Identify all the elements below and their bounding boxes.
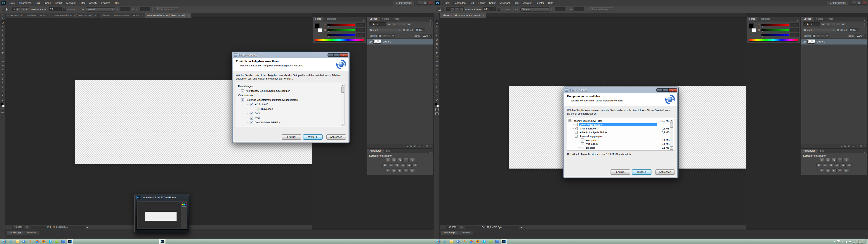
smart-object-filter-icon[interactable]: ▩ xyxy=(841,23,845,26)
width-input[interactable] xyxy=(555,7,565,11)
close-tab-icon[interactable]: × xyxy=(49,14,50,17)
layer-visibility-eye-icon[interactable] xyxy=(803,41,806,43)
invert-icon[interactable]: ◐ xyxy=(819,169,825,172)
menu-item[interactable]: Datei xyxy=(7,0,18,6)
add-to-selection-mode[interactable] xyxy=(16,7,20,11)
menu-item[interactable]: Filter xyxy=(78,0,87,6)
color-lookup-icon[interactable]: ▦ xyxy=(413,163,418,167)
firefox[interactable] xyxy=(474,239,480,244)
screen-mode-button[interactable] xyxy=(1,112,4,115)
lock-all-icon[interactable]: ⊓ xyxy=(391,34,395,37)
rectangular-marquee-tool[interactable]: ▢ xyxy=(0,20,5,25)
magic-wand-tool[interactable]: * xyxy=(435,29,439,33)
app-blue[interactable] xyxy=(60,239,66,244)
media-app-green[interactable] xyxy=(488,239,494,244)
smart-object-filter-icon[interactable]: ▩ xyxy=(407,23,411,26)
history-brush-tool[interactable]: ↺ xyxy=(0,55,5,59)
lock-all-icon[interactable]: ⊓ xyxy=(825,34,829,37)
back-button[interactable]: < Zurück xyxy=(282,134,301,140)
blend-mode-select[interactable]: Normal⇕ xyxy=(803,28,836,32)
dialog-title-bar[interactable]: Setup - ffdshow – × xyxy=(564,87,678,93)
close-icon[interactable]: × xyxy=(862,1,867,4)
posterize-icon[interactable]: ▨ xyxy=(826,169,831,172)
lock-paint-icon[interactable]: ✎ xyxy=(817,34,820,37)
swap-dimensions-icon[interactable]: ⇄ xyxy=(132,8,134,11)
type-tool[interactable]: T xyxy=(0,81,5,85)
path-selection-tool[interactable]: ▷ xyxy=(0,85,5,89)
hand-tool[interactable]: ◖ xyxy=(0,93,5,98)
scroll-down-icon[interactable]: ▼ xyxy=(341,123,344,126)
document-tab[interactable]: Unbenannt-4 bei 33,3% (Ebene 1, RGB/8) *… xyxy=(145,13,192,18)
link-layers-icon[interactable]: ∞ xyxy=(841,145,842,148)
panel-menu-icon[interactable]: ≡ xyxy=(797,19,800,21)
photoshop[interactable] xyxy=(501,239,507,244)
volume-icon[interactable] xyxy=(849,240,852,243)
new-selection-mode[interactable] xyxy=(11,7,16,11)
app-blue[interactable] xyxy=(494,239,500,244)
antialias-checkbox[interactable] xyxy=(63,8,66,11)
gradient-tool[interactable]: ▧ xyxy=(0,63,5,67)
clone-stamp-tool[interactable]: ◉ xyxy=(0,50,5,55)
invert-icon[interactable]: ◐ xyxy=(385,169,391,172)
slider-handle-icon[interactable] xyxy=(762,36,764,37)
lock-transparency-icon[interactable]: ▦ xyxy=(812,34,816,37)
menu-item[interactable]: Schrift xyxy=(487,0,498,6)
component-row[interactable]: ffdshow-DirectShow-Filter 12,0 MB xyxy=(568,119,670,123)
channel-value-input[interactable]: 9 xyxy=(790,33,799,37)
swap-dimensions-icon[interactable]: ⇄ xyxy=(566,8,568,11)
checkbox-icon[interactable] xyxy=(241,98,244,101)
pen-tool[interactable]: ∫ xyxy=(435,76,439,81)
collapse-panels-icon[interactable]: «« xyxy=(772,14,774,16)
internet-explorer[interactable] xyxy=(8,239,14,244)
dodge-tool[interactable]: ◐ xyxy=(0,72,5,76)
layer-mask-icon[interactable]: ◧ xyxy=(848,145,850,148)
task-item[interactable]: Gewöhnliches MPEG-4 xyxy=(248,120,340,125)
channel-value-input[interactable]: 9 xyxy=(790,23,799,27)
channel-value-input[interactable]: 9 xyxy=(790,28,799,32)
vlc[interactable] xyxy=(461,239,467,244)
lock-position-icon[interactable]: + xyxy=(821,34,825,37)
close-icon[interactable]: × xyxy=(340,53,348,57)
menu-item[interactable]: Bearbeiten xyxy=(452,0,468,6)
zoom-level-field[interactable]: 33,33% xyxy=(446,226,458,229)
menu-item[interactable]: Auswahl xyxy=(498,0,512,6)
slider-handle-icon[interactable] xyxy=(762,31,764,32)
panel-menu-icon[interactable]: ≡ xyxy=(430,151,433,153)
color-spectrum-bar[interactable] xyxy=(315,39,364,41)
healing-brush-tool[interactable]: ◍ xyxy=(0,42,5,46)
scrollbar-thumb[interactable] xyxy=(670,122,673,128)
chrome[interactable] xyxy=(468,239,474,244)
zoom-tool[interactable]: Q xyxy=(435,98,439,102)
shape-layer-filter-icon[interactable]: ▢ xyxy=(402,23,406,26)
tool-preset-picker[interactable]: ▾ xyxy=(436,7,444,12)
photoshop[interactable] xyxy=(67,239,73,244)
close-tab-icon[interactable]: × xyxy=(142,14,143,17)
path-selection-tool[interactable]: ▷ xyxy=(435,85,439,89)
blend-mode-select[interactable]: Normal⇕ xyxy=(369,28,402,32)
opacity-input[interactable]: 100%▾ xyxy=(848,28,859,32)
menu-item[interactable]: Ebene xyxy=(476,0,487,6)
new-layer-icon[interactable]: ⊞ xyxy=(426,145,428,148)
panel-tab[interactable]: Stile xyxy=(817,149,827,153)
foreground-background-swatches[interactable] xyxy=(435,103,439,107)
checkbox-icon[interactable] xyxy=(250,117,253,120)
foreground-color-swatch[interactable] xyxy=(315,24,319,28)
channel-slider[interactable] xyxy=(327,29,355,31)
gradient-map-icon[interactable]: ▥ xyxy=(410,169,415,172)
adjustment-layer-filter-icon[interactable]: ◑ xyxy=(826,23,830,26)
document-size-field[interactable]: Dok: 11,9 MB/0 Byte xyxy=(465,226,519,229)
channel-mixer-icon[interactable]: ◉ xyxy=(841,163,846,167)
channel-slider[interactable] xyxy=(761,24,789,26)
panel-tab[interactable]: Pfade xyxy=(825,17,836,21)
selective-color-icon[interactable]: ⊠ xyxy=(404,169,409,172)
panel-tab[interactable]: Ebenen xyxy=(367,17,379,21)
lasso-tool[interactable]: ∿ xyxy=(435,25,439,29)
foreground-color-swatch[interactable] xyxy=(1,103,3,105)
collapse-tools-icon[interactable]: » xyxy=(2,13,3,16)
channel-slider[interactable] xyxy=(761,34,789,36)
windows-media-player[interactable] xyxy=(455,239,461,244)
intersect-selection-mode[interactable] xyxy=(25,7,29,11)
channel-value-input[interactable]: 9 xyxy=(356,23,365,27)
document-tab[interactable]: Unbenannt-1 bei 33,3% (Ebene 1, RGB/8) *… xyxy=(5,13,52,18)
checkbox-icon[interactable] xyxy=(250,103,253,106)
